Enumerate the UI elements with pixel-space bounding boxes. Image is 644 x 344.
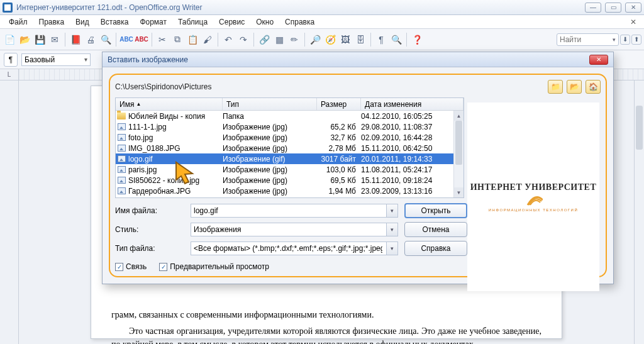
paragraph-style-dropdown[interactable]: Базовый [21,53,91,66]
filetype-input[interactable]: <Все форматы> (*.bmp;*.dxf;*.emf;*.eps;*… [191,241,398,255]
table-icon[interactable]: ▦ [272,33,286,47]
nonprint-icon[interactable]: ¶ [374,33,388,47]
open-button[interactable]: Открыть [404,203,467,218]
file-date: 11.08.2011, 05:24:17 [361,165,453,174]
column-size[interactable]: Размер [317,98,361,110]
file-date: 04.12.2010, 16:05:25 [361,112,453,121]
help-icon[interactable]: ❓ [410,33,424,47]
spellcheck-icon[interactable]: ABC [119,33,133,47]
vertical-ruler[interactable] [0,80,19,344]
table-row[interactable]: IMG_0188.JPGИзображение (jpg)2,78 Мб15.1… [116,143,453,153]
menu-window[interactable]: Окно [251,16,279,28]
table-row[interactable]: 111-1-1.jpgИзображение (jpg)65,2 Кб29.08… [116,121,453,132]
close-button[interactable]: ✕ [625,3,641,13]
gallery-icon[interactable]: 🖼 [338,33,352,47]
find-prev-icon[interactable]: ⬆ [631,35,641,45]
new-folder-icon[interactable]: 📂 [567,80,582,94]
table-row[interactable]: SI850622 - копия.jpgИзображение (jpg)69,… [116,175,453,186]
preview-icon[interactable]: 🔍 [99,33,113,47]
menu-help[interactable]: Справка [280,16,319,28]
table-row[interactable]: Гардеробная.JPGИзображение (jpg)1,94 Мб2… [116,186,453,196]
image-file-icon [118,123,126,130]
document-paragraph: грамм, связанных с современными информац… [111,309,541,321]
column-name[interactable]: Имя ▲ [116,98,223,110]
hyperlink-icon[interactable]: 🔗 [257,33,271,47]
maximize-button[interactable]: ▭ [605,3,621,13]
table-row[interactable]: logo.gifИзображение (gif)3017 байт20.01.… [116,153,453,164]
file-date: 20.01.2011, 19:14:33 [361,155,453,164]
close-document-icon[interactable]: ✕ [626,18,640,26]
dropdown-icon[interactable]: ▾ [386,204,397,217]
main-toolbar: 📄 📂 💾 ✉ 📕 🖨 🔍 ABC ABC ✂ ⧉ 📋 🖌 ↶ ↷ 🔗 ▦ ✏ … [0,29,644,50]
table-row[interactable]: Юбилей Виды - копияПапка04.12.2010, 16:0… [116,111,453,121]
image-file-icon [118,145,126,152]
find-input[interactable] [560,35,610,44]
file-type: Изображение (gif) [223,155,317,164]
zoom-icon[interactable]: 🔍 [389,33,403,47]
table-row[interactable]: paris.jpgИзображение (jpg)103,0 Кб11.08.… [116,164,453,175]
open-icon[interactable]: 📂 [18,33,31,47]
file-name: Юбилей Виды - копия [127,112,223,121]
column-date[interactable]: Дата изменения [361,98,464,110]
mail-icon[interactable]: ✉ [48,33,62,47]
file-type: Изображение (jpg) [223,187,317,196]
datasource-icon[interactable]: 🗄 [353,33,367,47]
file-list: Имя ▲ Тип Размер Дата изменения Юбилей В… [115,97,464,198]
menu-format[interactable]: Формат [135,16,172,28]
table-row[interactable]: foto.jpgИзображение (jpg)32,7 Кб02.09.20… [116,132,453,143]
style-input[interactable]: Изображения▾ [191,223,398,236]
redo-icon[interactable]: ↷ [236,33,250,47]
menu-table[interactable]: Таблица [173,16,213,28]
menu-view[interactable]: Вид [70,16,94,28]
find-next-icon[interactable]: ⬇ [620,35,630,45]
find-dropdown-icon[interactable]: ▾ [613,36,616,43]
copy-icon[interactable]: ⧉ [170,33,184,47]
dialog-close-icon[interactable]: ✕ [589,55,608,65]
undo-icon[interactable]: ↶ [221,33,235,47]
file-size: 103,0 Кб [317,165,361,174]
preview-logo-subtext: ИНФОРМАЦИОННЫХ ТЕХНОЛОГИЙ [467,208,599,212]
menu-edit[interactable]: Правка [34,16,70,28]
window-title: Интернет-университет 121.odt - OpenOffic… [16,3,202,12]
format-paint-icon[interactable]: 🖌 [201,33,214,47]
filetype-label: Тип файла: [115,244,184,253]
file-date: 15.11.2010, 06:42:50 [361,144,453,153]
preview-checkbox[interactable]: ✓Предварительный просмотр [159,262,269,271]
menu-insert[interactable]: Вставка [96,16,134,28]
vertical-scrollbar[interactable] [634,80,644,344]
preview-logo-text: ИНТЕРНЕТ УНИВЕРСИТЕТ [470,182,597,192]
cancel-button[interactable]: Отмена [404,222,467,237]
new-icon[interactable]: 📄 [3,33,16,47]
pdf-icon[interactable]: 📕 [69,33,82,47]
file-size: 3017 байт [317,155,361,164]
draw-icon[interactable]: ✏ [287,33,301,47]
home-icon[interactable]: 🏠 [586,80,601,94]
filename-input[interactable]: logo.gif▾ [191,204,398,218]
image-file-icon [118,134,126,141]
file-date: 02.09.2010, 16:44:28 [361,133,453,142]
navigator-icon[interactable]: 🧭 [323,33,337,47]
file-type: Изображение (jpg) [223,165,317,174]
dropdown-icon[interactable]: ▾ [386,223,397,236]
dialog-titlebar[interactable]: Вставить изображение ✕ [103,52,613,67]
styles-button-icon[interactable]: ¶ [4,53,18,67]
file-type: Изображение (jpg) [223,176,317,185]
save-icon[interactable]: 💾 [33,33,47,47]
menu-tools[interactable]: Сервис [214,16,250,28]
file-list-scrollbar[interactable]: ▲▼ [453,111,464,197]
autospell-icon[interactable]: ABC [135,33,148,47]
minimize-button[interactable]: — [585,3,601,13]
menu-file[interactable]: Файл [4,16,33,28]
dropdown-icon[interactable]: ▾ [386,242,397,255]
link-checkbox[interactable]: ✓Связь [115,262,147,271]
paste-icon[interactable]: 📋 [186,33,199,47]
up-folder-icon[interactable]: 📁 [548,80,563,94]
print-icon[interactable]: 🖨 [84,33,97,47]
find-icon[interactable]: 🔎 [308,33,322,47]
file-size: 69,5 Кб [317,176,361,185]
cut-icon[interactable]: ✂ [155,33,169,47]
help-button[interactable]: Справка [404,241,467,256]
column-type[interactable]: Тип [223,98,317,110]
file-name: Гардеробная.JPG [127,187,223,196]
file-name: logo.gif [127,155,223,164]
